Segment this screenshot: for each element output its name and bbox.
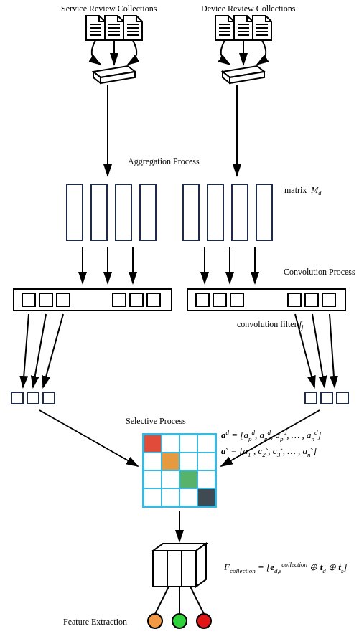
matrix-bar [139, 184, 157, 241]
conv-cell [230, 293, 244, 307]
matrix-bar [207, 184, 224, 241]
selective-grid [142, 433, 217, 508]
output-dot-orange [147, 613, 163, 629]
conv-cell [22, 293, 36, 307]
matrix-bar [231, 184, 248, 241]
eq-ad: ad = [apd, apd, apd, … , and] [221, 429, 322, 442]
eq-Fcollection: Fcollection = [ed,scollection ⊕ td ⊕ ts] [224, 561, 348, 574]
svg-line-31 [190, 587, 204, 614]
matrix-Md-label: matrix Md [284, 185, 322, 196]
convolution-label: Convolution Process [284, 267, 355, 278]
matrix-bar [90, 184, 108, 241]
svg-line-25 [330, 314, 335, 387]
conv-cell [322, 293, 336, 307]
feature-extraction-label: Feature Extraction [63, 617, 127, 628]
pool-cell [27, 392, 39, 404]
svg-line-21 [33, 314, 46, 387]
conv-cell [304, 293, 319, 307]
matrix-bar [182, 184, 200, 241]
aggregation-label: Aggregation Process [128, 156, 200, 167]
pool-cell [42, 392, 55, 404]
conv-cell [146, 293, 161, 307]
eq-as: as = [a1s, c2s, c3s, … , ans] [221, 445, 317, 458]
matrix-bar [115, 184, 132, 241]
svg-line-24 [312, 314, 325, 387]
conv-cell [195, 293, 210, 307]
pool-cell [320, 392, 333, 404]
diagram-svg [0, 0, 359, 644]
pool-cell [11, 392, 24, 404]
matrix-bar [66, 184, 83, 241]
conv-cell [287, 293, 302, 307]
matrix-bar [256, 184, 273, 241]
conv-filter-label: convolution filter fj [237, 319, 303, 331]
conv-cell [213, 293, 227, 307]
svg-line-20 [23, 314, 29, 387]
conv-cell [129, 293, 144, 307]
pool-cell [336, 392, 349, 404]
pool-cell [304, 392, 317, 404]
output-dot-red [196, 613, 212, 629]
conv-cell [39, 293, 53, 307]
svg-line-29 [155, 587, 169, 614]
svg-line-26 [39, 410, 138, 466]
conv-cell [112, 293, 126, 307]
selective-label: Selective Process [126, 416, 186, 427]
output-dot-green [172, 613, 187, 629]
conv-cell [56, 293, 70, 307]
svg-line-22 [43, 314, 63, 387]
